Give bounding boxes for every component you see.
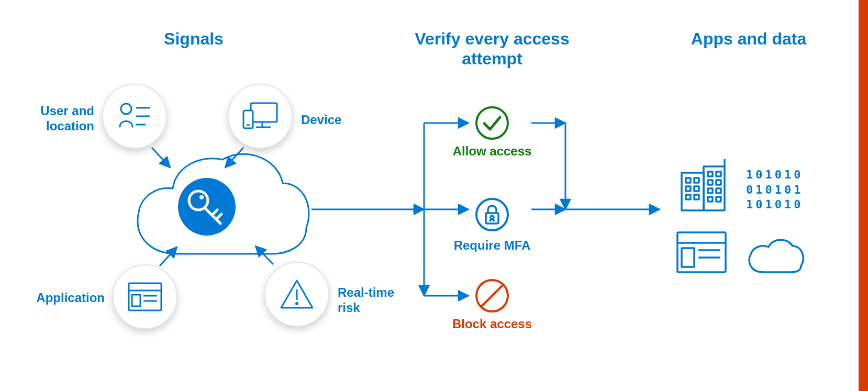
no-entry-icon [474,277,510,314]
svg-rect-57 [682,248,694,267]
svg-rect-51 [708,188,713,193]
svg-rect-44 [694,186,699,191]
svg-line-20 [225,148,243,167]
connector-layer [0,0,868,391]
svg-rect-53 [708,197,713,202]
svg-rect-47 [708,172,713,176]
svg-rect-50 [716,180,721,185]
binary-row: 101010 [746,167,803,183]
building-icon [675,157,733,215]
svg-rect-49 [708,180,713,185]
svg-point-33 [476,199,508,230]
svg-rect-46 [694,195,699,199]
svg-line-19 [152,148,170,167]
svg-rect-48 [716,172,721,176]
binary-row: 101010 [746,197,803,213]
svg-rect-52 [716,188,721,193]
svg-rect-43 [686,186,691,191]
svg-rect-41 [686,178,691,183]
cloud-icon [743,236,806,277]
svg-rect-42 [694,178,699,183]
svg-line-21 [160,247,177,266]
checkmark-circle-icon [474,105,510,141]
lock-user-circle-icon [474,196,510,233]
svg-point-35 [491,216,494,219]
svg-line-37 [481,285,503,307]
binary-data-icon: 101010 010101 101010 [746,167,803,213]
app-window-icon-2 [675,230,728,275]
svg-rect-54 [716,197,721,202]
svg-line-22 [255,246,273,264]
svg-rect-45 [686,195,691,199]
binary-row: 010101 [746,183,803,198]
svg-point-32 [476,107,508,139]
